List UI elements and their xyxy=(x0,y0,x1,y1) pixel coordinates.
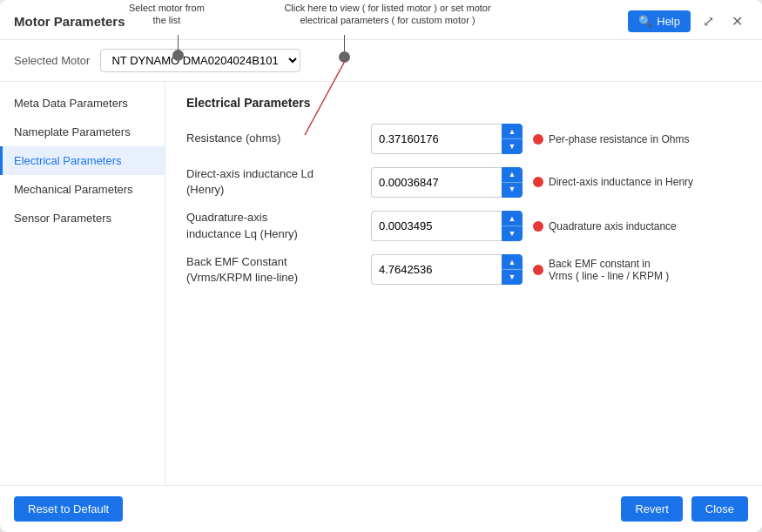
param-tooltip-resistance: Per-phase resistance in Ohms xyxy=(533,133,689,145)
close-footer-button[interactable]: Close xyxy=(691,496,748,522)
spin-btns-resistance: ▲ ▼ xyxy=(502,124,523,154)
param-tooltip-backemf: Back EMF constant inVrms ( line - line /… xyxy=(533,258,669,282)
param-row-ld: Direct-axis inductance Ld(Henry) ▲ ▼ Dir… xyxy=(186,166,741,198)
param-label-backemf: Back EMF Constant(Vrms/KRPM line-line) xyxy=(186,254,361,286)
param-input-group-backemf: ▲ ▼ xyxy=(371,254,523,285)
sidebar-item-electrical[interactable]: Electrical Parameters xyxy=(0,146,165,175)
dot-ld xyxy=(533,177,543,187)
main-content: Meta Data Parameters Nameplate Parameter… xyxy=(0,82,762,485)
param-label-lq: Quadrature-axisinductance Lq (Henry) xyxy=(186,210,361,241)
close-button[interactable]: ✕ xyxy=(726,11,748,31)
title-bar-controls: 🔍 Help ⤢ ✕ xyxy=(628,10,748,32)
param-row-resistance: Resistance (ohms) ▲ ▼ Per-phase resistan… xyxy=(186,124,741,154)
spin-down-lq[interactable]: ▼ xyxy=(502,226,522,240)
title-bar: Motor Parameters 🔍 Help ⤢ ✕ xyxy=(0,0,762,40)
param-row-lq: Quadrature-axisinductance Lq (Henry) ▲ ▼… xyxy=(186,210,741,241)
help-button[interactable]: 🔍 Help xyxy=(628,10,691,32)
spin-up-lq[interactable]: ▲ xyxy=(502,212,522,226)
spin-down-ld[interactable]: ▼ xyxy=(502,183,522,197)
sidebar-item-meta-data[interactable]: Meta Data Parameters xyxy=(0,89,165,118)
reset-to-default-button[interactable]: Reset to Default xyxy=(14,496,123,522)
param-label-resistance: Resistance (ohms) xyxy=(186,131,361,146)
content-area: Electrical Parameters Resistance (ohms) … xyxy=(165,82,762,485)
param-input-resistance[interactable] xyxy=(371,124,502,154)
revert-button[interactable]: Revert xyxy=(621,496,682,522)
search-icon: 🔍 xyxy=(638,15,652,28)
dot-resistance xyxy=(533,134,543,145)
window-title: Motor Parameters xyxy=(14,14,125,29)
maximize-button[interactable]: ⤢ xyxy=(698,11,719,31)
spin-down-backemf[interactable]: ▼ xyxy=(502,270,522,284)
dot-lq xyxy=(533,221,543,232)
dot-backemf xyxy=(533,265,543,275)
footer-right: Revert Close xyxy=(621,496,748,522)
sidebar-item-mechanical[interactable]: Mechanical Parameters xyxy=(0,175,165,204)
param-tooltip-lq: Quadrature axis inductance xyxy=(533,220,677,232)
footer: Reset to Default Revert Close xyxy=(0,485,762,532)
selected-motor-row: Selected Motor NT DYNAMO DMA0204024B101 xyxy=(0,40,762,82)
motor-select[interactable]: NT DYNAMO DMA0204024B101 xyxy=(100,49,300,72)
motor-parameters-window: Select motor from the list Click here to… xyxy=(0,0,762,532)
selected-motor-label: Selected Motor xyxy=(14,54,90,67)
param-input-group-resistance: ▲ ▼ xyxy=(371,124,523,154)
spin-up-ld[interactable]: ▲ xyxy=(502,168,522,182)
spin-down-resistance[interactable]: ▼ xyxy=(502,139,522,153)
spin-btns-backemf: ▲ ▼ xyxy=(502,254,523,285)
section-title: Electrical Parameters xyxy=(186,96,741,110)
sidebar: Meta Data Parameters Nameplate Parameter… xyxy=(0,82,165,485)
param-input-ld[interactable] xyxy=(371,167,502,198)
param-tooltip-ld: Direct-axis inductance in Henry xyxy=(533,176,693,188)
spin-up-backemf[interactable]: ▲ xyxy=(502,255,522,269)
param-row-backemf: Back EMF Constant(Vrms/KRPM line-line) ▲… xyxy=(186,254,741,286)
param-label-ld: Direct-axis inductance Ld(Henry) xyxy=(186,166,361,198)
param-input-lq[interactable] xyxy=(371,211,502,241)
param-input-group-lq: ▲ ▼ xyxy=(371,211,523,241)
sidebar-item-nameplate[interactable]: Nameplate Parameters xyxy=(0,118,165,146)
spin-btns-ld: ▲ ▼ xyxy=(502,167,523,198)
param-input-group-ld: ▲ ▼ xyxy=(371,167,523,198)
spin-btns-lq: ▲ ▼ xyxy=(502,211,523,241)
sidebar-item-sensor[interactable]: Sensor Parameters xyxy=(0,204,165,232)
spin-up-resistance[interactable]: ▲ xyxy=(502,125,522,138)
param-input-backemf[interactable] xyxy=(371,254,502,285)
